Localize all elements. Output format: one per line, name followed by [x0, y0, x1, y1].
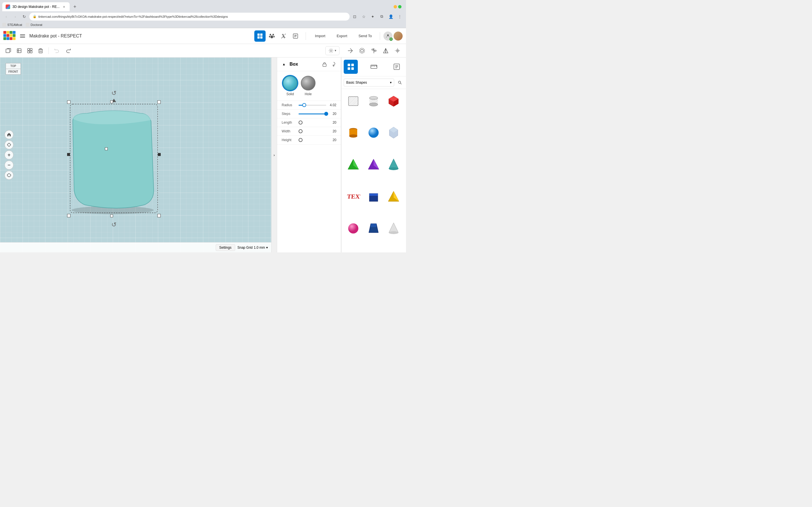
sidebar-grid-tool[interactable] [344, 60, 358, 74]
steps-track[interactable] [299, 114, 326, 114]
length-slider[interactable] [299, 121, 326, 124]
handle-tl[interactable] [67, 100, 70, 104]
delete-button[interactable] [36, 46, 46, 56]
align-tool[interactable] [369, 46, 379, 56]
export-button[interactable]: Export [332, 32, 352, 40]
grid-view-button[interactable] [254, 31, 266, 42]
copy-button[interactable] [14, 46, 24, 56]
handle-br[interactable] [157, 214, 161, 217]
group-button[interactable] [25, 46, 35, 56]
profile-button[interactable]: 👤 [387, 13, 395, 20]
user-avatar[interactable] [394, 32, 403, 41]
panel-collapse-button[interactable]: ▲ [281, 61, 287, 68]
refresh-button[interactable]: ↻ [20, 13, 28, 20]
fit-view-button[interactable] [4, 140, 13, 149]
menu-toggle-button[interactable] [18, 32, 27, 41]
shape-tool-1[interactable] [345, 46, 355, 56]
steps-thumb[interactable] [324, 112, 328, 116]
tab-close-button[interactable]: ✕ [62, 4, 66, 9]
solid-shape-type[interactable]: Solid [283, 76, 297, 96]
handle-center[interactable] [105, 148, 108, 151]
sidebar-note-tool[interactable] [390, 60, 404, 74]
tools-button[interactable] [278, 31, 289, 42]
rotate-top-handle[interactable]: ↺ [111, 89, 116, 97]
light-button[interactable]: ▾ [325, 46, 340, 55]
shapes-category-dropdown[interactable]: Basic Shapes ▾ [344, 78, 394, 87]
extension-button[interactable]: ✦ [369, 13, 377, 20]
panel-light-button[interactable] [329, 60, 338, 68]
import-button[interactable]: Import [310, 32, 330, 40]
shape-item-box-striped[interactable] [344, 91, 363, 110]
shape-item-cone-white[interactable] [384, 219, 403, 238]
lock-icon: 🔒 [33, 15, 37, 18]
handle-tm[interactable] [110, 100, 113, 103]
shape-item-pyramid-purple[interactable] [364, 155, 383, 174]
rotate-bottom-handle[interactable]: ↺ [111, 221, 116, 228]
menu-button[interactable]: ⋮ [396, 13, 404, 20]
svg-point-23 [330, 50, 332, 52]
handle-ml[interactable] [67, 153, 70, 156]
shape-item-pyramid-yellow[interactable] [384, 187, 403, 206]
shape-item-sphere-blue[interactable] [364, 123, 383, 142]
snap-grid-control[interactable]: Snap Grid 1.0 mm ▾ [238, 245, 268, 249]
shape-item-cylinder-orange[interactable] [344, 123, 363, 142]
zoom-in-button[interactable]: + [4, 151, 13, 159]
shape-item-text[interactable]: TEXT [344, 187, 363, 206]
back-button[interactable]: ‹ [2, 13, 10, 20]
new-tab-button[interactable]: + [71, 3, 79, 11]
waypoint-tool[interactable] [393, 46, 403, 56]
address-bar[interactable]: 🔒 tinkercad.com/things/ktyBt7cGKOA-makdr… [29, 13, 350, 20]
sidebar-ruler-tool[interactable] [367, 60, 381, 74]
svg-rect-53 [351, 64, 354, 66]
3d-object[interactable]: ↺ [69, 102, 159, 216]
duplicate-button[interactable] [3, 46, 13, 56]
handle-tr[interactable] [157, 100, 161, 104]
panel-lock-button[interactable] [320, 60, 328, 68]
radius-track[interactable] [299, 105, 326, 106]
view-front[interactable]: FRONT [6, 69, 21, 75]
mirror-tool[interactable] [380, 46, 391, 56]
shape-item-crystal[interactable] [384, 123, 403, 142]
shape-item-sphere-pink[interactable] [344, 219, 363, 238]
shape-tool-2[interactable] [357, 46, 367, 56]
zoom-out-button[interactable]: − [4, 161, 13, 170]
handle-bm[interactable] [110, 214, 113, 217]
shape-item-box-darkblue[interactable] [364, 187, 383, 206]
steps-slider[interactable] [299, 114, 326, 114]
active-tab[interactable]: 3D design Makdrake pot - RE... ✕ [2, 2, 70, 11]
bookmark-doctorat[interactable]: Doctorat [26, 23, 43, 27]
radius-thumb[interactable] [302, 103, 306, 107]
hole-shape-type[interactable]: Hole [301, 76, 315, 96]
bookmark-steamcat[interactable]: STEAMcat [2, 23, 22, 27]
undo-button[interactable] [52, 46, 62, 56]
shape-item-cylinder-striped[interactable] [364, 91, 383, 110]
browser-maximize[interactable] [398, 5, 402, 8]
width-slider[interactable] [299, 129, 326, 133]
screenshot-button[interactable]: ⊡ [351, 13, 359, 20]
settings-button[interactable]: Settings [216, 244, 235, 251]
panel-separator[interactable]: › [271, 57, 277, 252]
view-top[interactable]: TOP [6, 63, 21, 69]
shape-item-pyramid-green[interactable] [344, 155, 363, 174]
shape-item-cube-red[interactable] [384, 91, 403, 110]
perspective-button[interactable] [4, 171, 13, 180]
handle-bl[interactable] [67, 214, 70, 217]
handle-mr[interactable] [158, 153, 161, 156]
height-slider[interactable] [299, 138, 326, 142]
shape-item-prism-blue[interactable] [364, 219, 383, 238]
shapes-search-button[interactable] [396, 78, 404, 87]
redo-button[interactable] [63, 46, 73, 56]
canvas-area[interactable]: TOP FRONT + − ↺ [0, 57, 271, 252]
radius-slider[interactable] [299, 105, 326, 106]
home-view-button[interactable] [4, 130, 13, 139]
send-to-button[interactable]: Send To [354, 32, 376, 40]
paw-button[interactable] [266, 31, 277, 42]
browser-minimize[interactable] [394, 5, 397, 8]
view-cube[interactable]: TOP FRONT [6, 63, 21, 75]
notes-button[interactable] [290, 31, 301, 42]
bookmark-button[interactable]: ☆ [360, 13, 368, 20]
tinkercad-logo[interactable] [3, 31, 16, 41]
extension2-button[interactable]: ⧉ [378, 13, 386, 20]
shape-item-cone-teal[interactable] [384, 155, 403, 174]
forward-button[interactable]: › [11, 13, 19, 20]
